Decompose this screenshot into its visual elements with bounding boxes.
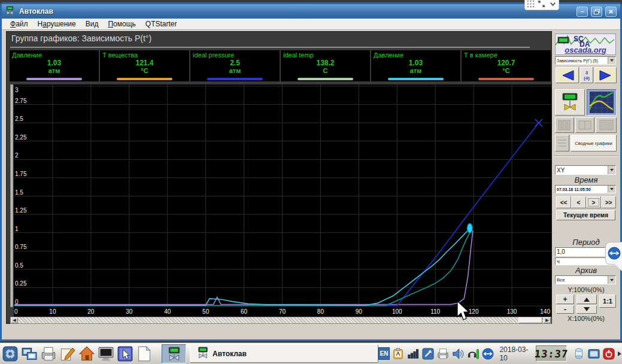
float-toolbar[interactable] <box>524 0 559 10</box>
chart-plot-area[interactable]: 32.752.52.2521.751.51.2510.750.50.250010… <box>14 84 551 317</box>
close-button[interactable]: ✕ <box>605 7 617 17</box>
legend-unit: атм <box>371 67 460 74</box>
legend-color-bar <box>207 78 263 80</box>
chart-legend: Давление1.03атмТ вещества121.4°Cideal pr… <box>10 50 552 81</box>
chevron-down-icon[interactable] <box>549 0 557 10</box>
menu-item-1[interactable]: Файл <box>5 19 33 29</box>
time-step-forward-button[interactable]: > <box>586 196 601 208</box>
summary-graphs-button[interactable]: Сводные графики <box>571 135 617 151</box>
active-launcher-button[interactable] <box>162 344 186 363</box>
klipper-icon[interactable] <box>391 347 405 360</box>
oscada-site-link[interactable]: oscada.org <box>556 46 615 54</box>
teamviewer-icon[interactable] <box>481 347 494 360</box>
archive-combo[interactable]: Все <box>555 275 616 284</box>
svg-text:3: 3 <box>15 87 19 93</box>
power-icon[interactable] <box>602 347 615 360</box>
svg-text:100: 100 <box>392 308 402 315</box>
menu-item-3[interactable]: Вид <box>81 19 104 29</box>
grid-dots-icon[interactable] <box>527 0 535 10</box>
menu-item-2[interactable]: Нарушение <box>33 19 81 29</box>
panel-expand-icon[interactable] <box>617 347 622 360</box>
svg-text:60: 60 <box>241 308 248 315</box>
disabled-doc-button-1[interactable] <box>555 117 574 133</box>
sidebar-divider <box>554 156 618 157</box>
legend-item-1: Давление1.03атм <box>10 50 99 81</box>
zoom-in-button[interactable]: + <box>556 295 574 304</box>
svg-text:1.75: 1.75 <box>15 171 27 177</box>
current-time-button[interactable]: Текущее время <box>556 210 615 220</box>
time-step-far-back-button[interactable]: << <box>556 196 571 208</box>
legend-color-bar <box>388 78 444 80</box>
file-manager-icon[interactable] <box>116 345 134 363</box>
home-icon[interactable] <box>78 345 96 363</box>
zoom-out-button[interactable]: - <box>556 305 574 314</box>
menu-item-4[interactable]: Помощь <box>103 19 140 29</box>
time-section-label: Время <box>554 175 618 184</box>
vertical-scrollbar[interactable] <box>10 84 13 307</box>
mnemo-view-button[interactable] <box>555 89 585 116</box>
legend-item-3: ideal pressure2.5атм <box>190 50 280 81</box>
svg-text:110: 110 <box>430 308 440 315</box>
legend-color-bar <box>26 78 82 80</box>
graph-view-button[interactable] <box>587 89 617 116</box>
legend-color-bar <box>117 78 172 80</box>
arrow-left-icon <box>560 69 575 81</box>
autoclave-icon <box>197 347 209 360</box>
battery-icon[interactable] <box>572 347 585 360</box>
printer-icon[interactable] <box>40 345 57 363</box>
kde-menu-icon[interactable] <box>1 345 19 363</box>
page-indicator-button[interactable]: 3(4) <box>580 67 593 83</box>
time-step-far-forward-button[interactable]: >> <box>601 196 616 208</box>
expand-arrows-icon[interactable] <box>538 0 545 10</box>
teamviewer-tab-tail <box>615 264 622 271</box>
tray-clock[interactable]: 13:37 <box>536 345 567 362</box>
archive-section-label: Архив <box>554 266 618 275</box>
taskbar-app-button[interactable]: Автоклав <box>190 344 378 363</box>
reset-scale-button[interactable]: 1:1 <box>599 295 616 308</box>
next-page-button[interactable] <box>594 67 617 83</box>
svg-text:70: 70 <box>279 308 286 315</box>
disabled-doc-button-3[interactable] <box>596 117 617 133</box>
speaker-icon[interactable] <box>451 347 465 360</box>
graph-group-combo[interactable]: Зависимость P(t°) (5) <box>555 56 616 65</box>
panel-collapse-button[interactable] <box>555 135 569 151</box>
legend-unit: атм <box>10 67 99 74</box>
restore-button[interactable] <box>591 7 602 17</box>
svg-text:50: 50 <box>202 308 210 315</box>
taskbar: Автоклав EN 2018-03-10 13:37 <box>0 342 622 364</box>
prev-page-button[interactable] <box>556 67 579 83</box>
svg-text:2.25: 2.25 <box>15 134 27 141</box>
teamviewer-tab[interactable] <box>605 242 622 265</box>
mnemo-icon <box>560 93 580 112</box>
keyboard-layout-indicator[interactable]: EN <box>378 347 390 360</box>
note-icon[interactable] <box>135 345 153 363</box>
time-step-back-button[interactable]: < <box>571 196 586 208</box>
pan-down-button[interactable] <box>577 305 597 314</box>
display-icon[interactable] <box>587 347 600 360</box>
minimize-button[interactable]: – <box>577 7 588 17</box>
mode-combo[interactable]: XY <box>555 165 616 175</box>
pan-up-button[interactable] <box>577 295 597 304</box>
svg-text:0.75: 0.75 <box>15 244 27 250</box>
screen-icon[interactable] <box>421 347 435 360</box>
monitors-icon[interactable] <box>20 345 38 363</box>
menu-item-5[interactable]: QTStarter <box>141 19 182 29</box>
legend-value: 138.2 <box>281 59 370 67</box>
legend-unit: C <box>281 67 370 74</box>
svg-text:10: 10 <box>49 308 56 315</box>
scrollbar-thumb[interactable] <box>518 317 542 323</box>
time-combo[interactable]: 07.03.18 11:05:50 <box>555 185 616 193</box>
signal-icon[interactable] <box>406 347 420 360</box>
oscada-logo[interactable]: SC DA oscada.org <box>555 34 616 55</box>
scroll-right-icon[interactable]: ▶ <box>544 317 551 323</box>
terminal-icon[interactable] <box>97 345 115 363</box>
printer-icon[interactable] <box>436 347 450 360</box>
panel-title: Группа графиков: Зависимость P(t°) <box>11 34 151 43</box>
disabled-doc-button-2[interactable] <box>575 117 594 133</box>
legend-name: Давление <box>371 50 460 59</box>
svg-text:0.25: 0.25 <box>15 280 27 287</box>
scroll-left-icon[interactable]: ◀ <box>11 317 18 323</box>
panel-separator <box>10 47 530 48</box>
headset-icon[interactable] <box>466 347 480 360</box>
notes-icon[interactable] <box>59 345 77 363</box>
